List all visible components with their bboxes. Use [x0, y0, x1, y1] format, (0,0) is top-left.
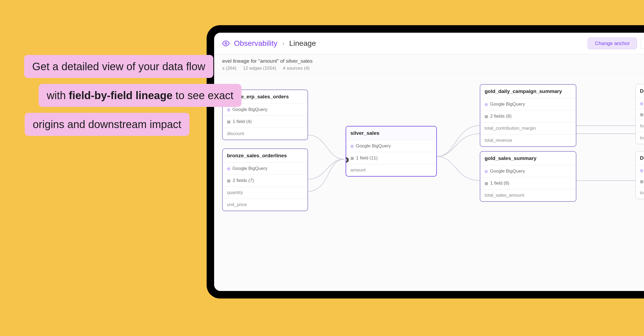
node-source-label: Google BigQuery [490, 102, 525, 107]
node-field-row[interactable]: total_contribution_margin [480, 122, 576, 134]
document-icon: ▦ [640, 112, 643, 117]
breadcrumb-observability[interactable]: Observability [234, 39, 277, 48]
node-fields-summary: 1 field (8) [490, 181, 509, 186]
node-fields-summary-row[interactable]: ▦ 1 field (8) [480, 177, 576, 189]
bigquery-icon: ◎ [485, 169, 488, 173]
stat-edges: 12 edges (1554) [243, 66, 276, 71]
lineage-canvas[interactable]: bronze_erp_sales_orders ◎ Google BigQuer… [214, 73, 644, 291]
node-title: D [636, 151, 644, 165]
node-source-label: Google BigQuery [356, 143, 391, 149]
subheader: evel lineage for "amount" of silver_sale… [214, 54, 644, 73]
breadcrumb-current: Lineage [289, 39, 316, 48]
node-field-row[interactable]: to [636, 132, 644, 144]
node-source-row: ◎ Google BigQuery [480, 98, 576, 110]
node-source-row: ◎ Google BigQuery [223, 162, 308, 174]
node-clipped-2[interactable]: D ◎ ▦ to [635, 151, 644, 199]
tablet-frame: Observability › Lineage Change anchor ev… [207, 25, 644, 298]
node-fields-summary: 2 fields (7) [233, 178, 254, 183]
bigquery-icon: ◎ [350, 144, 354, 148]
node-title: gold_sales_summary [480, 152, 576, 165]
node-fields-summary-row: ▦ [636, 176, 644, 187]
svg-point-0 [225, 43, 227, 44]
bigquery-icon: ◎ [640, 101, 643, 106]
bigquery-icon: ◎ [485, 102, 488, 106]
node-title: gold_daily_campaign_summary [480, 85, 576, 98]
node-field-row[interactable]: to [636, 187, 644, 199]
node-field-amount[interactable]: amount [346, 164, 436, 176]
stat-sources: 4 sources (4) [283, 66, 309, 71]
node-bronze-sales-orderlines[interactable]: bronze_sales_orderlines ◎ Google BigQuer… [222, 148, 308, 211]
callout-text: to see exact [173, 89, 233, 101]
marketing-callouts: Get a detailed view of your data flow wi… [24, 55, 241, 142]
change-anchor-button[interactable]: Change anchor [588, 38, 637, 49]
node-clipped-1[interactable]: D ◎ ▦ to to [635, 84, 644, 144]
node-source-label: Google BigQuery [490, 169, 525, 174]
bigquery-icon: ◎ [640, 168, 643, 173]
node-source-row: ◎ Google BigQuery [480, 165, 576, 177]
node-title: bronze_sales_orderlines [223, 149, 308, 162]
node-field-row[interactable]: total_sales_amount [480, 189, 576, 201]
document-icon: ▦ [485, 181, 488, 185]
node-gold-sales-summary[interactable]: gold_sales_summary ◎ Google BigQuery ▦ 1… [480, 151, 576, 202]
eye-icon [222, 40, 230, 47]
node-fields-summary: 1 field (11) [356, 155, 378, 161]
node-field-row[interactable]: unit_price [223, 199, 308, 211]
node-fields-summary-row[interactable]: ▦ 2 fields (7) [223, 174, 308, 186]
app-header: Observability › Lineage Change anchor [214, 33, 644, 54]
callout-line-1: Get a detailed view of your data flow [24, 55, 213, 78]
node-fields-summary-row[interactable]: ▦ 1 field (11) [346, 152, 436, 164]
document-icon: ▦ [227, 178, 230, 183]
node-fields-summary: 2 fields (8) [490, 114, 511, 119]
node-field-row[interactable]: to [636, 120, 644, 132]
node-silver-sales[interactable]: silver_sales ◎ Google BigQuery ▦ 1 field… [346, 126, 437, 177]
document-icon: ▦ [640, 179, 643, 184]
node-source-row: ◎ [636, 165, 644, 176]
bigquery-icon: ◎ [227, 166, 230, 171]
node-title: silver_sales [346, 126, 436, 140]
node-gold-daily-campaign-summary[interactable]: gold_daily_campaign_summary ◎ Google Big… [480, 84, 576, 147]
node-source-label: Google BigQuery [232, 166, 267, 171]
lineage-stats: s (264) 12 edges (1554) 4 sources (4) [222, 66, 644, 71]
node-field-row[interactable]: quantity [223, 186, 308, 199]
app-screen: Observability › Lineage Change anchor ev… [214, 33, 644, 291]
node-field-row[interactable]: total_revenue [480, 134, 576, 146]
callout-line-2: with field-by-field lineage to see exact [39, 84, 241, 107]
node-source-row: ◎ Google BigQuery [346, 140, 436, 152]
node-fields-summary-row[interactable]: ▦ 2 fields (8) [480, 110, 576, 122]
node-fields-summary-row: ▦ [636, 109, 644, 120]
node-source-row: ◎ [636, 98, 644, 109]
document-icon: ▦ [350, 156, 354, 160]
header-button-clipped[interactable] [641, 38, 644, 49]
callout-line-3: origins and downstream impact [25, 113, 189, 136]
document-icon: ▦ [485, 114, 488, 118]
callout-bold: field-by-field lineage [69, 89, 173, 101]
chevron-right-icon: › [282, 40, 284, 47]
node-title: D [636, 84, 644, 98]
callout-text: with [47, 89, 69, 101]
lineage-title: evel lineage for "amount" of silver_sale… [222, 58, 644, 64]
